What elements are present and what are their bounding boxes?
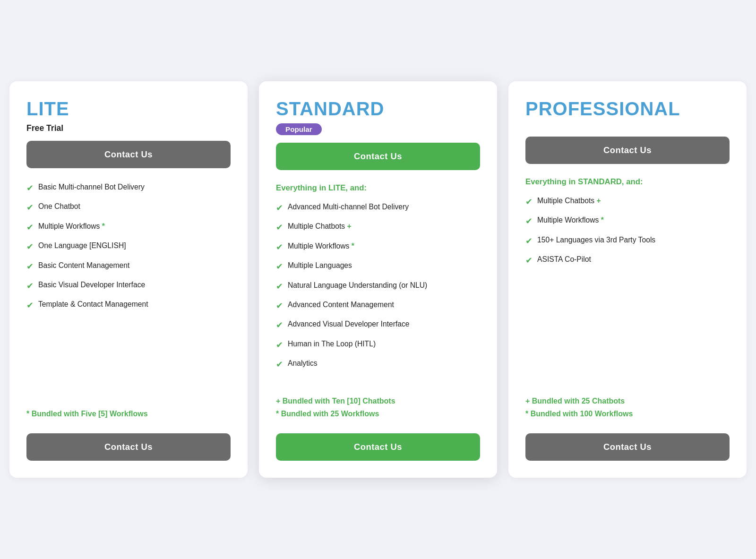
feature-item: ✔Basic Multi-channel Bot Delivery [26,181,231,194]
plan-title-standard: STANDARD [276,98,480,120]
feature-item: ✔Multiple Workflows * [525,215,730,227]
feature-item: ✔Advanced Visual Developer Interface [276,318,480,331]
feature-suffix: * [352,242,354,250]
feature-text: Multiple Workflows * [537,215,604,226]
contact-btn-top-professional[interactable]: Contact Us [525,137,730,164]
checkmark-icon: ✔ [26,221,34,233]
bundled-text: + Bundled with Ten [10] Chatbots [276,395,480,407]
feature-item: ✔Multiple Languages [276,260,480,273]
bundled-text: * Bundled with Five [5] Workflows [26,407,231,420]
checkmark-icon: ✔ [276,319,283,331]
feature-item: ✔Basic Visual Developer Interface [26,279,231,292]
feature-text: Basic Multi-channel Bot Delivery [38,181,145,193]
feature-text: ASISTA Co-Pilot [537,254,591,265]
contact-btn-top-lite[interactable]: Contact Us [26,141,231,168]
feature-item: ✔One Language [ENGLISH] [26,240,231,253]
feature-item: ✔Advanced Multi-channel Bot Delivery [276,201,480,214]
features-list-standard: ✔Advanced Multi-channel Bot Delivery✔Mul… [276,201,480,378]
feature-item: ✔Multiple Workflows * [26,221,231,233]
checkmark-icon: ✔ [525,254,533,267]
feature-text: Multiple Languages [288,260,352,271]
bundled-section-lite: * Bundled with Five [5] Workflows [26,402,231,420]
popular-badge: Popular [276,123,322,135]
feature-text: Multiple Workflows * [288,241,354,252]
checkmark-icon: ✔ [276,202,283,214]
contact-btn-bottom-lite[interactable]: Contact Us [26,433,231,461]
feature-suffix: + [347,222,351,230]
feature-item: ✔Template & Contact Management [26,299,231,311]
plan-title-lite: LITE [26,98,231,120]
checkmark-icon: ✔ [276,260,283,273]
feature-item: ✔Multiple Chatbots + [276,221,480,233]
feature-item: ✔Analytics [276,358,480,370]
plan-subtitle-lite: Free Trial [26,123,231,133]
checkmark-icon: ✔ [276,280,283,292]
feature-text: Basic Visual Developer Interface [38,279,145,291]
feature-text: Multiple Workflows * [38,221,105,232]
checkmark-icon: ✔ [276,221,283,233]
bundled-text: + Bundled with 25 Chatbots [525,395,730,407]
feature-item: ✔Multiple Chatbots + [525,195,730,208]
plan-title-professional: PROFESSIONAL [525,98,730,120]
feature-item: ✔150+ Languages via 3rd Party Tools [525,234,730,247]
feature-item: ✔Human in The Loop (HITL) [276,338,480,351]
bundled-text: * Bundled with 25 Workflows [276,407,480,420]
feature-text: Advanced Visual Developer Interface [288,318,410,330]
feature-text: Multiple Chatbots + [537,195,601,206]
feature-text: Template & Contact Management [38,299,148,310]
features-list-professional: ✔Multiple Chatbots +✔Multiple Workflows … [525,195,730,378]
spacer-professional [525,123,730,137]
checkmark-icon: ✔ [525,196,533,208]
bottom-btn-wrapper-professional: Contact Us [525,433,730,461]
checkmark-icon: ✔ [26,201,34,214]
pricing-container: LITEFree TrialContact Us✔Basic Multi-cha… [9,81,747,478]
feature-text: Advanced Multi-channel Bot Delivery [288,201,409,213]
bottom-btn-wrapper-standard: Contact Us [276,433,480,461]
checkmark-icon: ✔ [276,300,283,312]
feature-text: Multiple Chatbots + [288,221,352,232]
feature-text: Human in The Loop (HITL) [288,338,376,350]
checkmark-icon: ✔ [276,339,283,351]
checkmark-icon: ✔ [26,241,34,253]
feature-item: ✔One Chatbot [26,201,231,214]
feature-text: One Chatbot [38,201,80,212]
checkmark-icon: ✔ [26,260,34,273]
contact-btn-bottom-standard[interactable]: Contact Us [276,433,480,461]
checkmark-icon: ✔ [525,235,533,247]
bundled-section-professional: + Bundled with 25 Chatbots* Bundled with… [525,389,730,420]
bundled-text: * Bundled with 100 Workflows [525,407,730,420]
features-list-lite: ✔Basic Multi-channel Bot Delivery✔One Ch… [26,181,231,390]
checkmark-icon: ✔ [525,215,533,227]
bottom-btn-wrapper-lite: Contact Us [26,433,231,461]
feature-text: One Language [ENGLISH] [38,240,126,251]
plan-card-lite: LITEFree TrialContact Us✔Basic Multi-cha… [9,81,248,478]
feature-text: Basic Content Management [38,260,129,271]
feature-suffix: * [601,216,604,224]
bundled-section-standard: + Bundled with Ten [10] Chatbots* Bundle… [276,389,480,420]
contact-btn-top-standard[interactable]: Contact Us [276,143,480,170]
checkmark-icon: ✔ [26,299,34,311]
everything-label-standard: Everything in LITE, and: [276,183,480,193]
contact-btn-bottom-professional[interactable]: Contact Us [525,433,730,461]
feature-text: Advanced Content Management [288,299,394,310]
plan-card-professional: PROFESSIONALContact UsEverything in STAN… [508,81,747,478]
checkmark-icon: ✔ [26,182,34,194]
checkmark-icon: ✔ [276,358,283,370]
feature-item: ✔Multiple Workflows * [276,241,480,253]
plan-card-standard: STANDARDPopularContact UsEverything in L… [259,81,497,478]
feature-item: ✔ASISTA Co-Pilot [525,254,730,267]
feature-item: ✔Advanced Content Management [276,299,480,312]
feature-text: Natural Language Understanding (or NLU) [288,280,427,291]
feature-text: Analytics [288,358,318,369]
feature-text: 150+ Languages via 3rd Party Tools [537,234,655,246]
checkmark-icon: ✔ [276,241,283,253]
feature-item: ✔Basic Content Management [26,260,231,273]
everything-label-professional: Everything in STANDARD, and: [525,177,730,187]
checkmark-icon: ✔ [26,280,34,292]
feature-suffix: * [102,222,105,230]
feature-item: ✔Natural Language Understanding (or NLU) [276,280,480,292]
feature-suffix: + [596,197,601,205]
